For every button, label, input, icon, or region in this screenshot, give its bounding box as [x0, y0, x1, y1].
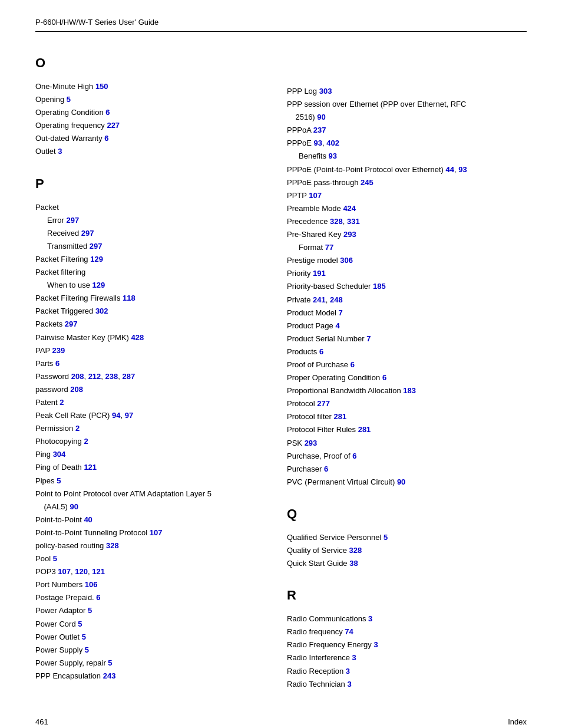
- link-2[interactable]: 2: [59, 398, 64, 407]
- link-2b[interactable]: 2: [75, 424, 80, 433]
- link-208b[interactable]: 208: [70, 385, 83, 394]
- list-item: Proper Operating Condition 6: [287, 371, 527, 384]
- link-185[interactable]: 185: [373, 282, 386, 291]
- link-150[interactable]: 150: [95, 82, 108, 91]
- link-120[interactable]: 120: [75, 567, 88, 576]
- link-5i[interactable]: 5: [384, 533, 388, 542]
- link-238[interactable]: 238: [105, 372, 118, 381]
- link-106[interactable]: 106: [85, 580, 98, 589]
- link-3c[interactable]: 3: [352, 653, 356, 662]
- link-424[interactable]: 424: [343, 204, 356, 213]
- link-306[interactable]: 306: [340, 256, 353, 265]
- list-item: Power Outlet 5: [35, 631, 263, 644]
- link-3[interactable]: 3: [58, 147, 62, 156]
- link-3[interactable]: 3: [368, 614, 372, 623]
- link-129[interactable]: 129: [90, 255, 103, 263]
- link-243[interactable]: 243: [103, 671, 116, 680]
- link-74[interactable]: 74: [345, 627, 353, 636]
- list-item: PPP Encapsulation 243: [35, 670, 263, 683]
- link-6d[interactable]: 6: [351, 360, 355, 369]
- link-2c[interactable]: 2: [84, 437, 88, 446]
- link-281[interactable]: 281: [333, 412, 346, 421]
- link-5[interactable]: 5: [67, 95, 71, 104]
- link-297[interactable]: 297: [90, 242, 103, 251]
- link-5e[interactable]: 5: [78, 620, 82, 628]
- list-item: Point-to-Point 40: [35, 513, 263, 526]
- link-248[interactable]: 248: [330, 295, 343, 304]
- link-107[interactable]: 107: [150, 528, 163, 537]
- link-93b[interactable]: 93: [329, 151, 337, 160]
- link-331[interactable]: 331: [347, 217, 360, 226]
- link-7[interactable]: 7: [338, 308, 342, 317]
- link-304[interactable]: 304: [53, 450, 66, 459]
- footer: 461 Index: [35, 717, 527, 726]
- link-6f[interactable]: 6: [352, 452, 356, 460]
- link-191[interactable]: 191: [313, 269, 326, 278]
- link-90c[interactable]: 90: [397, 477, 405, 486]
- list-item: Operating frequency 227: [35, 119, 263, 132]
- link-77[interactable]: 77: [325, 243, 333, 252]
- link-402[interactable]: 402: [326, 139, 339, 147]
- link-297[interactable]: 297: [67, 216, 80, 225]
- link-239[interactable]: 239: [52, 346, 65, 355]
- link-5b[interactable]: 5: [57, 476, 61, 485]
- link-5f[interactable]: 5: [82, 633, 86, 641]
- link-328[interactable]: 328: [106, 541, 119, 550]
- list-item: PPTP 107: [287, 189, 527, 202]
- link-328c[interactable]: 328: [349, 546, 362, 555]
- link-277[interactable]: 277: [317, 399, 330, 408]
- link-107c[interactable]: 107: [309, 191, 322, 200]
- link-212[interactable]: 212: [88, 372, 101, 381]
- link-5g[interactable]: 5: [85, 645, 89, 654]
- link-3d[interactable]: 3: [346, 667, 350, 676]
- link-3b[interactable]: 3: [373, 640, 378, 649]
- link-281b[interactable]: 281: [358, 425, 371, 434]
- link-303[interactable]: 303: [319, 87, 332, 95]
- link-121b[interactable]: 121: [92, 567, 105, 576]
- link-5h[interactable]: 5: [108, 658, 112, 667]
- link-5d[interactable]: 5: [88, 606, 92, 615]
- link-6b[interactable]: 6: [96, 593, 100, 602]
- link-90[interactable]: 90: [70, 502, 78, 511]
- link-129[interactable]: 129: [92, 281, 105, 289]
- link-293b[interactable]: 293: [305, 439, 318, 447]
- link-107b[interactable]: 107: [58, 567, 71, 576]
- link-208[interactable]: 208: [71, 372, 84, 381]
- link-90b[interactable]: 90: [317, 113, 325, 121]
- link-6g[interactable]: 6: [324, 465, 328, 473]
- link-297[interactable]: 297: [81, 229, 94, 238]
- link-245[interactable]: 245: [361, 178, 373, 187]
- link-302[interactable]: 302: [95, 307, 108, 315]
- link-94[interactable]: 94: [112, 411, 120, 420]
- link-3e[interactable]: 3: [347, 680, 351, 689]
- link-241[interactable]: 241: [313, 295, 326, 304]
- link-297[interactable]: 297: [65, 319, 78, 328]
- link-93[interactable]: 93: [314, 139, 322, 147]
- link-328b[interactable]: 328: [330, 217, 343, 226]
- link-7b[interactable]: 7: [366, 334, 371, 343]
- link-6[interactable]: 6: [104, 134, 108, 143]
- link-183[interactable]: 183: [403, 386, 416, 395]
- link-5c[interactable]: 5: [53, 554, 57, 563]
- link-40[interactable]: 40: [84, 515, 92, 524]
- link-93c[interactable]: 93: [458, 165, 467, 174]
- link-287[interactable]: 287: [123, 372, 135, 381]
- link-4[interactable]: 4: [335, 321, 339, 330]
- link-237[interactable]: 237: [313, 126, 326, 134]
- link-6c[interactable]: 6: [319, 347, 323, 356]
- list-item: Pipes 5: [35, 475, 263, 487]
- link-6e[interactable]: 6: [382, 373, 386, 382]
- link-38[interactable]: 38: [349, 559, 358, 568]
- link-293[interactable]: 293: [343, 230, 356, 239]
- link-227[interactable]: 227: [107, 121, 120, 130]
- link-428[interactable]: 428: [131, 333, 144, 342]
- link-44[interactable]: 44: [446, 165, 454, 174]
- page: P-660H/HW/W-T Series User' Guide O One-M…: [0, 0, 562, 728]
- link-97[interactable]: 97: [125, 411, 133, 420]
- link-6[interactable]: 6: [105, 108, 110, 117]
- link-118[interactable]: 118: [123, 294, 135, 302]
- link-6[interactable]: 6: [55, 359, 59, 368]
- list-item: Packets 297: [35, 318, 263, 331]
- link-121[interactable]: 121: [84, 463, 97, 472]
- list-item: Power Supply, repair 5: [35, 657, 263, 670]
